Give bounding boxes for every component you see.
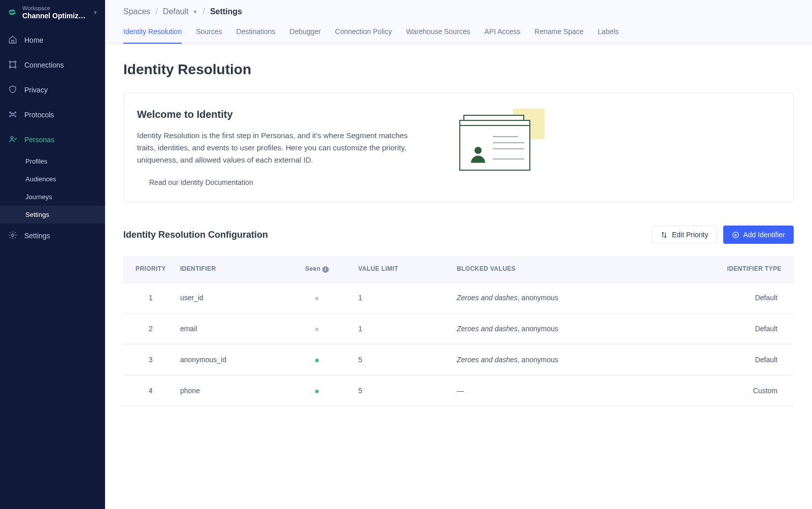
subnav-audiences[interactable]: Audiences xyxy=(0,170,105,188)
connections-icon xyxy=(8,60,17,71)
table-row[interactable]: 3anonymous_id5Zeroes and dashes, anonymo… xyxy=(123,344,794,375)
cell-identifier-type: Default xyxy=(660,344,794,375)
sidebar-item-connections[interactable]: Connections xyxy=(0,53,105,78)
workspace-name: Channel Optimiza... xyxy=(22,12,88,20)
cell-identifier: anonymous_id xyxy=(173,344,283,375)
tab-label: API Access xyxy=(484,27,520,36)
tab-label: Sources xyxy=(196,27,222,36)
blocked-values-italic: Zeroes and dashes xyxy=(457,325,518,333)
subnav-journeys[interactable]: Journeys xyxy=(0,188,105,206)
button-label: Add Identifier xyxy=(743,231,786,239)
cell-blocked-values: Zeroes and dashes, anonymous xyxy=(450,344,660,375)
cell-value-limit: 5 xyxy=(351,344,450,375)
table-row[interactable]: 4phone5—Custom xyxy=(123,375,794,406)
th-value-limit: Value Limit xyxy=(351,256,450,282)
breadcrumb-separator: / xyxy=(155,7,157,16)
cell-blocked-values: Zeroes and dashes, anonymous xyxy=(450,313,660,344)
tab-labels[interactable]: Labels xyxy=(598,27,619,44)
tab-warehouse-sources[interactable]: Warehouse Sources xyxy=(406,27,470,44)
cell-identifier: phone xyxy=(173,375,283,406)
svg-point-9 xyxy=(11,136,13,139)
tab-identity-resolution[interactable]: Identity Resolution xyxy=(123,27,182,44)
breadcrumb-spaces[interactable]: Spaces xyxy=(123,7,150,16)
table-row[interactable]: 1user_id1Zeroes and dashes, anonymousDef… xyxy=(123,282,794,313)
cell-priority: 4 xyxy=(123,375,173,406)
sidebar-item-label: Privacy xyxy=(24,86,48,94)
svg-point-11 xyxy=(475,147,482,154)
table-row[interactable]: 2email1Zeroes and dashes, anonymousDefau… xyxy=(123,313,794,344)
identity-illustration xyxy=(442,109,563,170)
tab-rename-space[interactable]: Rename Space xyxy=(534,27,584,44)
subnav-label: Journeys xyxy=(25,193,52,201)
svg-point-4 xyxy=(12,113,14,115)
tab-connection-policy[interactable]: Connection Policy xyxy=(335,27,392,44)
cell-identifier: email xyxy=(173,313,283,344)
svg-point-0 xyxy=(9,61,11,62)
breadcrumb-current: Settings xyxy=(210,7,242,16)
cell-seen xyxy=(283,344,351,375)
tab-destinations[interactable]: Destinations xyxy=(236,27,276,44)
breadcrumb-space-name: Default xyxy=(163,7,189,16)
status-dot-unseen-icon xyxy=(315,297,319,300)
breadcrumb-space[interactable]: Default ▼ xyxy=(163,7,198,16)
status-dot-seen-icon xyxy=(315,359,319,362)
welcome-body: Identity Resolution is the first step in… xyxy=(137,130,421,166)
edit-priority-button[interactable]: Edit Priority xyxy=(652,226,717,244)
tab-label: Labels xyxy=(598,27,619,36)
tab-label: Connection Policy xyxy=(335,27,392,36)
breadcrumb-separator: / xyxy=(202,7,205,16)
workspace-label: Workspace xyxy=(22,5,88,12)
subnav-profiles[interactable]: Profiles xyxy=(0,152,105,170)
identifier-table: Priority Identifier Seeni Value Limit Bl… xyxy=(123,256,794,406)
subnav-label: Settings xyxy=(25,211,49,218)
cell-value-limit: 1 xyxy=(351,282,450,313)
info-icon[interactable]: i xyxy=(322,266,329,273)
blocked-values-italic: Zeroes and dashes xyxy=(457,356,518,364)
blocked-values-rest: , anonymous xyxy=(518,294,558,302)
sidebar-item-settings[interactable]: Settings xyxy=(0,224,105,248)
tab-sources[interactable]: Sources xyxy=(196,27,222,44)
sidebar-item-protocols[interactable]: Protocols xyxy=(0,103,105,128)
home-icon xyxy=(8,35,17,46)
blocked-values-rest: — xyxy=(457,387,464,395)
sidebar-item-privacy[interactable]: Privacy xyxy=(0,78,105,103)
tabs: Identity Resolution Sources Destinations… xyxy=(123,27,794,44)
cell-identifier-type: Custom xyxy=(660,375,794,406)
chevron-down-icon: ▼ xyxy=(193,9,198,15)
tab-api-access[interactable]: API Access xyxy=(484,27,520,44)
shield-icon xyxy=(8,85,17,96)
tab-debugger[interactable]: Debugger xyxy=(290,27,321,44)
topbar: Spaces / Default ▼ / Settings Identity R… xyxy=(105,0,812,44)
main: Spaces / Default ▼ / Settings Identity R… xyxy=(105,0,812,509)
tab-label: Destinations xyxy=(236,27,276,36)
blocked-values-italic: Zeroes and dashes xyxy=(457,294,518,302)
sidebar-item-home[interactable]: Home xyxy=(0,28,105,53)
subnav-label: Profiles xyxy=(25,157,47,165)
cell-value-limit: 5 xyxy=(351,375,450,406)
sidebar-item-personas[interactable]: Personas xyxy=(0,128,105,152)
chevron-down-icon: ▼ xyxy=(93,10,98,15)
workspace-switcher[interactable]: Workspace Channel Optimiza... ▼ xyxy=(0,0,105,28)
cell-blocked-values: Zeroes and dashes, anonymous xyxy=(450,282,660,313)
sort-icon xyxy=(660,231,668,239)
svg-point-3 xyxy=(15,66,16,68)
subnav-settings[interactable]: Settings xyxy=(0,206,105,224)
identity-doc-link[interactable]: Read our Identity Documentation xyxy=(149,178,253,186)
cell-priority: 3 xyxy=(123,344,173,375)
personas-icon xyxy=(8,135,17,145)
svg-point-1 xyxy=(15,61,16,62)
plus-circle-icon xyxy=(732,231,739,239)
welcome-heading: Welcome to Identity xyxy=(137,109,421,120)
th-seen: Seeni xyxy=(283,256,351,282)
protocols-icon xyxy=(8,110,17,120)
add-identifier-button[interactable]: Add Identifier xyxy=(723,226,794,244)
tab-label: Identity Resolution xyxy=(123,27,182,36)
tab-label: Rename Space xyxy=(534,27,584,36)
th-identifier: Identifier xyxy=(173,256,283,282)
config-header-row: Identity Resolution Configuration Edit P… xyxy=(123,226,794,244)
breadcrumb: Spaces / Default ▼ / Settings xyxy=(123,7,794,16)
tab-label: Warehouse Sources xyxy=(406,27,470,36)
subnav-label: Audiences xyxy=(25,175,56,183)
sidebar-item-label: Protocols xyxy=(24,111,54,119)
cell-seen xyxy=(283,375,351,406)
